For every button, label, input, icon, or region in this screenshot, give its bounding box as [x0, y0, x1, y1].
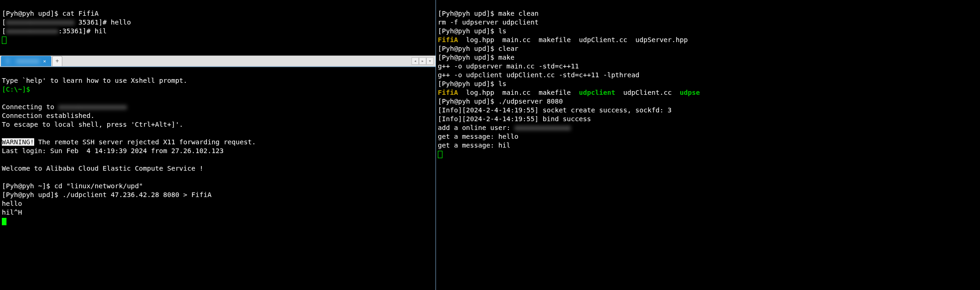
command: clear — [498, 45, 519, 52]
command: cat FifiA — [62, 10, 99, 17]
output-line: rm -f udpserver udpclient — [438, 19, 538, 26]
log-line: add a online user: — [438, 124, 514, 131]
welcome-banner: Welcome to Alibaba Cloud Elastic Compute… — [2, 165, 204, 172]
warning-badge: WARNING! — [2, 138, 34, 146]
redacted-host: xxxxxxxxxxxxx — [6, 27, 59, 35]
prompt: [Pyh@pyh upd]$ — [438, 45, 498, 52]
redacted-host: xxxxxxxxxxxxxxxxx — [6, 19, 74, 26]
tab-prev-button[interactable]: ◂ — [411, 57, 419, 65]
output-fragment: [ — [2, 27, 6, 35]
log-info: [Info][2024-2-4-14:19:55] bind success — [438, 115, 591, 123]
connecting-line: Connecting to — [2, 103, 58, 111]
ls-entries: log.hpp main.cc makefile udpClient.cc ud… — [458, 36, 688, 43]
prompt: [Pyh@pyh upd]$ — [438, 80, 498, 87]
output-fragment: 35361]# hello — [74, 19, 131, 26]
local-prompt: [C:\~]$ — [2, 86, 34, 93]
prompt: [Pyh@pyh upd]$ — [438, 98, 498, 105]
stdin-line: hello — [2, 200, 22, 207]
ls-entry-file: FifiA — [438, 89, 458, 96]
log-line: get a message: hello — [438, 133, 519, 140]
ls-entry-exe: udpclient — [579, 89, 616, 96]
redacted-ip: xxxxxxxxxxxxxx — [514, 124, 571, 131]
escape-hint: To escape to local shell, press 'Ctrl+Al… — [2, 121, 183, 128]
last-login: Last login: Sun Feb 4 14:19:39 2024 from… — [2, 147, 224, 154]
cursor — [2, 218, 6, 225]
ls-entries: log.hpp main.cc makefile — [458, 89, 579, 96]
command: make — [498, 54, 514, 61]
ls-entry-exe: udpse — [680, 89, 700, 96]
output-line: g++ -o udpclient udpClient.cc -std=c++11… — [438, 71, 640, 79]
output-fragment: [ — [2, 19, 6, 26]
redacted-host: xxxxxxxxxxxxxxxxx — [58, 103, 127, 111]
tab-label: 1 xxxxxxx — [6, 57, 39, 66]
tab-menu-button[interactable]: ▾ — [426, 57, 434, 65]
warning-text: The remote SSH server rejected X11 forwa… — [34, 138, 256, 146]
command: ./udpserver 8080 — [498, 98, 563, 105]
output-fragment: :35361]# hil — [58, 27, 107, 35]
command: ls — [498, 80, 506, 87]
cursor — [438, 151, 442, 158]
prompt: [Pyh@pyh ~]$ — [2, 182, 54, 190]
plus-icon: + — [55, 57, 59, 66]
prompt: [Pyh@pyh upd]$ — [2, 191, 62, 198]
output-line: g++ -o udpserver main.cc -std=c++11 — [438, 62, 579, 70]
bottom-terminal[interactable]: Type `help' to learn how to use Xshell p… — [0, 67, 436, 290]
prompt: [Pyh@pyh upd]$ — [438, 27, 498, 35]
prompt: [Pyh@pyh upd]$ — [438, 54, 498, 61]
cursor — [2, 37, 6, 44]
tab-session-1[interactable]: 1 xxxxxxx × — [1, 56, 51, 66]
prompt: [Pyh@pyh upd]$ — [2, 10, 62, 17]
help-line: Type `help' to learn how to use Xshell p… — [2, 77, 188, 84]
stdin-line: hil^H — [2, 209, 22, 216]
new-tab-button[interactable]: + — [52, 56, 62, 66]
ls-entry-file: FifiA — [438, 36, 458, 43]
command: cd "linux/network/upd" — [54, 182, 143, 190]
command: make clean — [498, 10, 538, 17]
tab-bar: 1 xxxxxxx × + ◂ ▸ ▾ — [0, 56, 436, 67]
log-info: [Info][2024-2-4-14:19:55] socket create … — [438, 106, 671, 114]
prompt: [Pyh@pyh upd]$ — [438, 10, 498, 17]
command: ls — [498, 27, 506, 35]
log-line: get a message: hil — [438, 142, 510, 149]
close-icon[interactable]: × — [43, 57, 46, 66]
right-terminal[interactable]: [Pyh@pyh upd]$ make clean rm -f udpserve… — [436, 0, 980, 290]
command: ./udpclient 47.236.42.28 8080 > FifiA — [62, 191, 212, 198]
top-terminal[interactable]: [Pyh@pyh upd]$ cat FifiA [xxxxxxxxxxxxxx… — [0, 0, 436, 56]
tab-next-button[interactable]: ▸ — [419, 57, 426, 65]
ls-entries: udpClient.cc — [615, 89, 680, 96]
connected-line: Connection established. — [2, 112, 95, 119]
